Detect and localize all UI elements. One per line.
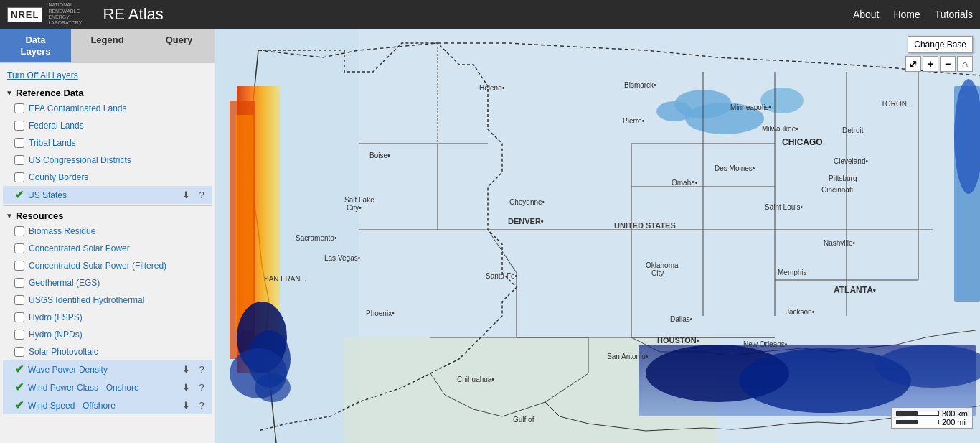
svg-text:Detroit: Detroit: [842, 126, 864, 134]
turn-off-all-link[interactable]: Turn Off All Layers: [3, 67, 212, 85]
layer-solar-pv-checkbox[interactable]: [14, 347, 24, 357]
tab-data-layers[interactable]: DataLayers: [0, 29, 72, 62]
map-area[interactable]: Helena• Bismarck• Boise• Minneapolis• Pi…: [215, 29, 980, 443]
layer-states-icons: ⬇ ?: [179, 189, 208, 202]
layer-solar-pv-label[interactable]: Solar Photovoltaic: [29, 347, 208, 357]
layer-epa: EPA Contaminated Lands: [3, 100, 212, 117]
zoom-extent-button[interactable]: ⤢: [905, 56, 921, 72]
zoom-in-button[interactable]: +: [923, 56, 938, 72]
svg-text:Nashville•: Nashville•: [824, 239, 856, 247]
nrel-logo: NREL NATIONAL RENEWABLEENERGY LABORATORY: [7, 2, 91, 27]
section-arrow-resources: ▼: [6, 212, 13, 220]
layer-csp-checkbox[interactable]: [14, 243, 24, 253]
layer-wind-offshore-info-icon[interactable]: ?: [195, 399, 208, 412]
section-title-resources: Resources: [16, 210, 63, 221]
top-nav: NREL NATIONAL RENEWABLEENERGY LABORATORY…: [0, 0, 980, 29]
layer-epa-checkbox[interactable]: [14, 103, 24, 113]
svg-text:Omaha•: Omaha•: [672, 179, 698, 187]
layer-tribal-checkbox[interactable]: [14, 138, 24, 148]
app-title: RE Atlas: [103, 5, 163, 24]
svg-text:Memphis: Memphis: [778, 269, 807, 276]
layer-wave-icons: ⬇ ?: [179, 363, 208, 376]
layer-epa-label[interactable]: EPA Contaminated Lands: [29, 103, 208, 113]
section-header-resources[interactable]: ▼ Resources: [3, 207, 212, 223]
svg-text:Sacramento•: Sacramento•: [296, 234, 337, 242]
layer-wave-label[interactable]: Wave Power Density: [28, 365, 175, 375]
layer-usgs-label[interactable]: USGS Identified Hydrothermal: [29, 295, 208, 305]
svg-text:San Antonio•: San Antonio•: [607, 353, 649, 360]
layer-county-checkbox[interactable]: [14, 172, 24, 182]
nav-about[interactable]: About: [853, 9, 880, 20]
svg-text:Milwaukee•: Milwaukee•: [762, 125, 798, 133]
svg-text:Minneapolis•: Minneapolis•: [730, 103, 771, 111]
svg-text:CHICAGO: CHICAGO: [782, 137, 823, 147]
layer-csp-filtered-checkbox[interactable]: [14, 261, 24, 271]
layer-wind-offshore-check: ✔: [14, 398, 24, 412]
change-base-button[interactable]: Change Base: [908, 36, 973, 53]
layer-federal-checkbox[interactable]: [14, 121, 24, 131]
layer-usgs: USGS Identified Hydrothermal: [3, 292, 212, 309]
tab-query[interactable]: Query: [143, 29, 215, 62]
svg-text:New Orleans•: New Orleans•: [743, 340, 788, 348]
layer-congressional: US Congressional Districts: [3, 151, 212, 169]
layer-wind-offshore-label[interactable]: Wind Speed - Offshore: [28, 401, 175, 411]
layer-hydro-fsps-label[interactable]: Hydro (FSPS): [29, 312, 208, 322]
layer-hydro-npds-label[interactable]: Hydro (NPDs): [29, 330, 208, 340]
layer-tribal: Tribal Lands: [3, 134, 212, 151]
layer-biomass: Biomass Residue: [3, 223, 212, 240]
svg-text:SAN FRAN...: SAN FRAN...: [264, 275, 306, 283]
svg-text:ATLANTA•: ATLANTA•: [834, 285, 876, 295]
layer-congressional-label[interactable]: US Congressional Districts: [29, 155, 208, 165]
layer-csp-label[interactable]: Concentrated Solar Power: [29, 243, 208, 253]
layer-hydro-fsps-checkbox[interactable]: [14, 312, 24, 322]
svg-text:Pierre•: Pierre•: [623, 117, 645, 125]
section-arrow-reference: ▼: [6, 89, 13, 97]
layer-county-label[interactable]: County Borders: [29, 172, 208, 182]
layer-states-download-icon[interactable]: ⬇: [179, 189, 192, 202]
layer-tribal-label[interactable]: Tribal Lands: [29, 138, 208, 148]
layer-wind-onshore: ✔ Wind Power Class - Onshore ⬇ ?: [3, 378, 212, 396]
layer-wind-onshore-label[interactable]: Wind Power Class - Onshore: [28, 383, 175, 393]
nav-home[interactable]: Home: [893, 9, 920, 20]
svg-text:Boise•: Boise•: [369, 151, 390, 159]
svg-text:Phoenix•: Phoenix•: [366, 309, 395, 317]
layer-wind-onshore-download-icon[interactable]: ⬇: [179, 381, 192, 394]
svg-text:City•: City•: [347, 204, 362, 212]
svg-text:TORON...: TORON...: [881, 100, 913, 108]
svg-text:Dallas•: Dallas•: [670, 315, 693, 323]
section-header-reference[interactable]: ▼ Reference Data: [3, 85, 212, 100]
svg-text:Oklahoma: Oklahoma: [646, 261, 679, 269]
scale-label-mi: 200 mi: [942, 418, 966, 426]
zoom-out-button[interactable]: −: [940, 56, 956, 72]
scale-line: [896, 411, 939, 416]
layer-states-label[interactable]: US States: [28, 190, 175, 200]
svg-point-31: [255, 373, 291, 402]
layer-federal-label[interactable]: Federal Lands: [29, 121, 208, 131]
svg-text:Cheyenne•: Cheyenne•: [509, 198, 545, 206]
section-title-reference: Reference Data: [16, 88, 84, 98]
tab-legend[interactable]: Legend: [72, 29, 143, 62]
layer-geothermal-checkbox[interactable]: [14, 278, 24, 288]
layer-geothermal-label[interactable]: Geothermal (EGS): [29, 278, 208, 288]
layer-states-info-icon[interactable]: ?: [195, 189, 208, 202]
layer-wave-download-icon[interactable]: ⬇: [179, 363, 192, 376]
nav-tutorials[interactable]: Tutorials: [935, 9, 973, 20]
zoom-home-button[interactable]: ⌂: [957, 56, 973, 72]
svg-text:Bismarck•: Bismarck•: [624, 81, 656, 89]
layer-wind-offshore-download-icon[interactable]: ⬇: [179, 399, 192, 412]
layer-csp-filtered-label[interactable]: Concentrated Solar Power (Filtered): [29, 261, 208, 271]
layer-hydro-npds-checkbox[interactable]: [14, 330, 24, 340]
svg-text:City: City: [651, 269, 664, 277]
svg-text:Des Moines•: Des Moines•: [715, 164, 755, 172]
zoom-controls: ⤢ + − ⌂: [905, 56, 973, 72]
layer-hydro-fsps: Hydro (FSPS): [3, 309, 212, 326]
layer-biomass-label[interactable]: Biomass Residue: [29, 226, 208, 236]
svg-text:Chihuahua•: Chihuahua•: [457, 376, 494, 383]
layer-congressional-checkbox[interactable]: [14, 155, 24, 165]
layer-wave-info-icon[interactable]: ?: [195, 363, 208, 376]
nrel-subtitle: NATIONAL RENEWABLEENERGY LABORATORY: [48, 2, 91, 27]
layer-usgs-checkbox[interactable]: [14, 295, 24, 305]
svg-text:Cleveland•: Cleveland•: [834, 157, 868, 165]
layer-wind-onshore-info-icon[interactable]: ?: [195, 381, 208, 394]
layer-biomass-checkbox[interactable]: [14, 226, 24, 236]
